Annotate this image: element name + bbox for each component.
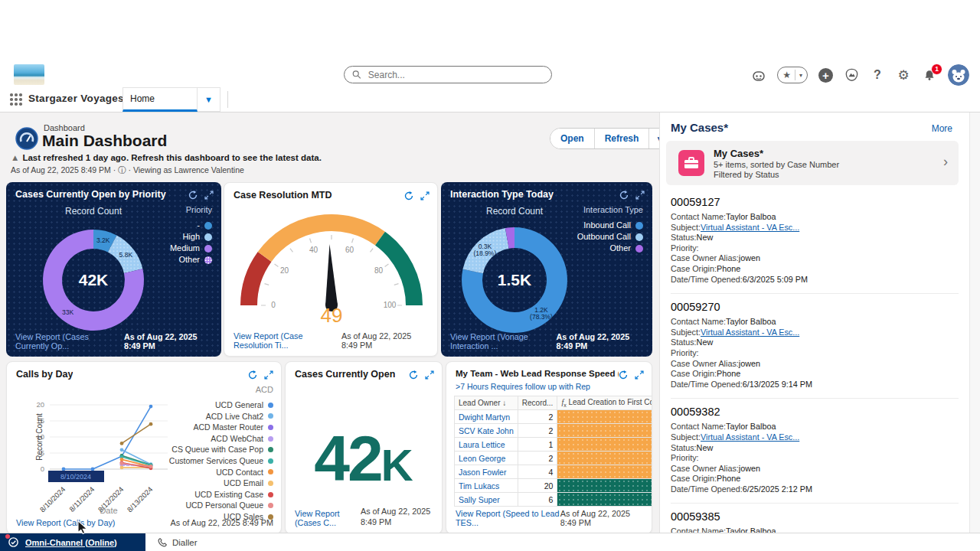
data-point-ucd-email[interactable] xyxy=(120,466,124,470)
table-row: Laura Lettice13 xyxy=(455,438,653,452)
refresh-icon[interactable] xyxy=(619,369,628,383)
chevron-right-icon[interactable]: › xyxy=(943,154,948,170)
global-actions-icon[interactable]: + xyxy=(818,68,833,83)
panel-timestamp: As of Aug 22, 2025 8:49 PM xyxy=(560,509,644,527)
legend-item-other[interactable]: Other xyxy=(170,254,212,266)
case-number-link[interactable]: 00059382 xyxy=(671,406,959,418)
col-record-count[interactable]: Record... xyxy=(518,396,557,410)
lead-owner-link[interactable]: Sally Super xyxy=(455,493,518,507)
legend-item-slice[interactable]: - xyxy=(170,220,212,231)
lead-owner-link[interactable]: Tim Lukacs xyxy=(455,479,518,493)
star-icon: ★ xyxy=(782,70,791,80)
value-cell: 5 xyxy=(557,410,652,424)
case-object-icon xyxy=(678,150,704,176)
notifications-bell-icon[interactable]: 1 xyxy=(922,67,937,83)
app-launcher-icon[interactable] xyxy=(10,93,22,106)
data-point-acd-live-chat2[interactable] xyxy=(120,448,124,452)
view-report-link[interactable]: View Report (Vonage Interaction ... xyxy=(450,332,557,350)
tab-dropdown-chevron-icon[interactable]: ▼ xyxy=(198,87,220,112)
expand-icon[interactable] xyxy=(635,369,644,383)
legend-item-customer-services-queue[interactable]: Customer Services Queue xyxy=(169,455,273,467)
data-point-ucd-general[interactable] xyxy=(149,405,153,409)
svg-text:33K: 33K xyxy=(62,308,74,316)
my-cases-list-header[interactable]: My Cases* 5+ items, sorted by Case Numbe… xyxy=(666,141,959,185)
case-field-contact-name: Contact Name:Taylor Balboa xyxy=(671,212,959,223)
case-number-link[interactable]: 00059127 xyxy=(671,196,959,208)
value-cell: 3 xyxy=(557,424,652,438)
case-list: 00059127Contact Name:Taylor BalboaSubjec… xyxy=(671,189,959,533)
refresh-button[interactable]: Refresh xyxy=(595,129,650,148)
data-point-ucd-general[interactable] xyxy=(62,468,66,471)
global-search[interactable] xyxy=(344,66,552,83)
expand-icon[interactable] xyxy=(425,369,434,383)
refresh-icon[interactable] xyxy=(188,189,198,203)
data-point-ucd-personal-queue[interactable] xyxy=(120,461,124,465)
view-report-link[interactable]: View Report (Calls by Day) xyxy=(16,518,115,527)
legend-item-acd-webchat[interactable]: ACD WebChat xyxy=(169,433,273,445)
legend-item-ucd-existing-case[interactable]: UCD Existing Case xyxy=(169,489,273,500)
refresh-icon[interactable] xyxy=(404,190,413,204)
table-subtitle-link[interactable]: >7 Hours Requires follow up with Rep xyxy=(456,382,590,391)
lead-owner-link[interactable]: Laura Lettice xyxy=(455,438,518,452)
lead-owner-link[interactable]: Dwight Martyn xyxy=(455,410,518,424)
subject-link[interactable]: Virtual Assistant - VA Esc... xyxy=(701,223,799,232)
subject-link[interactable]: Virtual Assistant - VA Esc... xyxy=(701,432,799,442)
lead-owner-link[interactable]: Jason Fowler xyxy=(455,465,518,479)
value-band: 2 xyxy=(557,452,652,465)
user-avatar[interactable] xyxy=(948,64,969,86)
omni-channel-button[interactable]: Omni-Channel (Online) xyxy=(0,533,145,551)
lead-owner-link[interactable]: SCV Kate John xyxy=(455,424,518,438)
view-report-link[interactable]: View Report (Cases C... xyxy=(295,509,361,527)
table-row: Jason Fowler42 xyxy=(455,465,653,479)
dialler-button[interactable]: Dialler xyxy=(157,533,198,551)
einstein-icon[interactable] xyxy=(751,67,766,83)
data-point-ucd-contact[interactable] xyxy=(120,458,124,461)
expand-icon[interactable] xyxy=(204,189,214,203)
lead-owner-link[interactable]: Leon George xyxy=(455,452,518,465)
legend-item-medium[interactable]: Medium xyxy=(170,243,212,254)
view-report-link[interactable]: View Report (Cases Currently Op... xyxy=(15,332,124,350)
case-number-link[interactable]: 00059385 xyxy=(671,510,959,523)
view-report-link[interactable]: View Report (Speed to Lead TES... xyxy=(456,509,560,527)
data-point-ucd-sales[interactable] xyxy=(120,442,124,445)
refresh-icon[interactable] xyxy=(409,369,418,383)
legend-swatch xyxy=(204,233,212,241)
legend-swatch xyxy=(268,492,273,497)
legend-item-acd-live-chat2[interactable]: ACD Live Chat2 xyxy=(169,411,273,422)
legend-item-ucd-email[interactable]: UCD Email xyxy=(169,478,273,489)
tab-home[interactable]: Home xyxy=(122,87,198,112)
case-field-contact-name: Contact Name:Taylor Balboa xyxy=(671,422,959,432)
setup-gear-icon[interactable]: ⚙ xyxy=(896,67,911,83)
legend-item-inbound-call[interactable]: Inbound Call xyxy=(577,220,643,231)
refresh-icon[interactable] xyxy=(619,189,629,203)
trailhead-icon[interactable] xyxy=(844,67,859,83)
value-cell: 1 xyxy=(557,479,652,493)
subject-link[interactable]: Virtual Assistant - VA Esc... xyxy=(701,328,799,337)
legend-item-ucd-personal-queue[interactable]: UCD Personal Queue xyxy=(169,500,273,511)
legend-item-outbound-call[interactable]: Outbound Call xyxy=(577,231,643,243)
data-point-ucd-personal-queue[interactable] xyxy=(149,465,153,468)
legend-item-acd-master-router[interactable]: ACD Master Router xyxy=(169,422,273,433)
legend-item-ucd-contact[interactable]: UCD Contact xyxy=(169,467,273,478)
page-scrollbar[interactable] xyxy=(969,112,980,533)
data-point-ucd-general[interactable] xyxy=(91,468,95,471)
case-number-link[interactable]: 00059270 xyxy=(671,301,959,313)
more-link[interactable]: More xyxy=(932,123,952,134)
expand-icon[interactable] xyxy=(635,189,645,203)
expand-icon[interactable] xyxy=(420,190,430,204)
legend-item-ucd-general[interactable]: UCD General xyxy=(169,399,273,411)
col-lead-creation[interactable]: fx Lead Creation to First Contact (... xyxy=(557,396,652,410)
view-report-link[interactable]: View Report (Case Resolution Ti... xyxy=(234,331,341,350)
legend-item-other[interactable]: Other xyxy=(577,243,643,254)
svg-text:1.5K: 1.5K xyxy=(498,271,531,289)
search-input[interactable] xyxy=(367,69,544,81)
open-button[interactable]: Open xyxy=(550,129,595,148)
interaction-legend: Interaction TypeInbound CallOutbound Cal… xyxy=(577,205,643,254)
legend-item-high[interactable]: High xyxy=(170,231,212,243)
favorites-control[interactable]: ★ ▾ xyxy=(777,67,808,83)
data-point-ucd-sales[interactable] xyxy=(149,422,153,426)
col-lead-owner[interactable]: Lead Owner ↓ xyxy=(455,396,518,410)
legend-item-cs-queue-with-case-pop[interactable]: CS Queue with Case Pop xyxy=(169,444,273,455)
record-count-cell: 6 xyxy=(518,493,557,507)
help-icon[interactable]: ? xyxy=(870,67,885,83)
